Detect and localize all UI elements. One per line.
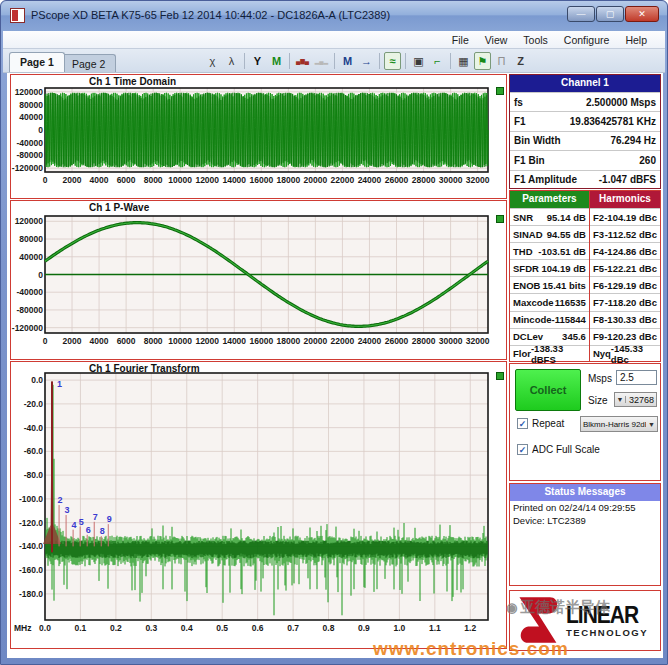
parameter-row: Mincode-115844 (510, 311, 589, 328)
svg-text:0.0: 0.0 (31, 375, 43, 385)
trace-legend-swatch[interactable] (496, 215, 504, 223)
harmonic-row: Nyq-145.33 dBc (590, 345, 660, 362)
z-icon[interactable]: Z (512, 52, 529, 70)
menu-bar: FileViewToolsConfigureHelp (3, 31, 665, 49)
close-button[interactable]: ✕ (625, 6, 659, 22)
svg-text:8000: 8000 (144, 336, 163, 346)
parameter-value: -138.33 dBFS (531, 343, 586, 365)
harmonic-row: F6-129.19 dBc (590, 276, 660, 293)
collect-wave-icon[interactable]: ≈ (384, 52, 401, 70)
svg-text:6: 6 (86, 525, 91, 535)
trace-legend-swatch[interactable] (496, 372, 504, 380)
svg-text:22000: 22000 (331, 175, 355, 185)
sidebar: Channel 1 fs2.500000 MspsF119.836425781 … (509, 74, 661, 651)
tab-page-1[interactable]: Page 1 (9, 52, 65, 72)
svg-text:0.2: 0.2 (110, 623, 122, 633)
svg-text:32000: 32000 (466, 175, 490, 185)
y-axis-icon[interactable]: Y (249, 52, 266, 70)
svg-text:-160.0: -160.0 (19, 565, 43, 575)
trace-legend-swatch[interactable] (496, 87, 504, 95)
svg-text:4000: 4000 (90, 336, 109, 346)
svg-text:-180.0: -180.0 (19, 589, 43, 599)
channel-info-panel: Channel 1 fs2.500000 MspsF119.836425781 … (509, 74, 661, 189)
menu-item-file[interactable]: File (444, 34, 477, 46)
minimize-button[interactable]: — (567, 6, 595, 22)
harmonic-label: F6 (593, 280, 604, 291)
svg-text:0.5: 0.5 (216, 623, 228, 633)
tab-bar: Page 1 Page 2 χλYM▄▆▄▂▄▂M→≈▣⌐▦⚑ΠZ (3, 49, 665, 73)
svg-text:5: 5 (79, 517, 84, 527)
repeat-checkbox[interactable]: ✓ Repeat (517, 418, 564, 429)
notch-icon[interactable]: ⌐ (429, 52, 446, 70)
app-icon (10, 8, 25, 23)
size-dropdown[interactable]: ▼ 32768 (614, 392, 657, 407)
channel-value: 260 (639, 155, 656, 166)
histogram-icon[interactable]: ▄▆▄ (294, 52, 311, 70)
menu-item-view[interactable]: View (477, 34, 516, 46)
channel-row: fs2.500000 Msps (510, 92, 660, 111)
chip-icon[interactable]: ▦ (455, 52, 472, 70)
samples-icon[interactable]: ▂▄▂ (313, 52, 330, 70)
menu-item-tools[interactable]: Tools (515, 34, 556, 46)
svg-text:0.3: 0.3 (145, 623, 157, 633)
parameter-label: SFDR (513, 263, 539, 274)
size-label: Size (588, 395, 607, 406)
harmonic-value: -118.20 dBc (605, 297, 657, 308)
svg-text:2: 2 (58, 495, 63, 505)
harmonic-label: F9 (593, 331, 604, 342)
svg-text:-140.0: -140.0 (19, 541, 43, 551)
svg-text:32000: 32000 (466, 336, 490, 346)
collect-button[interactable]: Collect (515, 369, 581, 411)
toolbar-separator (244, 53, 245, 69)
svg-text:28000: 28000 (412, 336, 436, 346)
svg-text:0: 0 (43, 175, 48, 185)
svg-text:12000: 12000 (195, 336, 219, 346)
harmonic-label: F2 (593, 212, 604, 223)
harmonic-label: F5 (593, 263, 604, 274)
maximize-button[interactable]: ▢ (596, 6, 624, 22)
pulse-icon[interactable]: Π (493, 52, 510, 70)
msps-label: Msps (588, 373, 612, 384)
channel-label: Bin Width (514, 135, 561, 146)
fourier-panel[interactable]: Ch 1 Fourier Transform 0.00.10.20.30.40.… (10, 361, 507, 649)
svg-text:-120000: -120000 (12, 323, 43, 333)
watermark-url: www.cntronics.com (373, 638, 569, 660)
harmonic-row: F8-130.33 dBc (590, 311, 660, 328)
tab-page-2[interactable]: Page 2 (61, 54, 116, 72)
svg-text:10000: 10000 (168, 175, 192, 185)
toolbar-separator (450, 53, 451, 69)
window-function-dropdown[interactable]: Blkmn-Harris 92dB ▼ (580, 416, 658, 432)
svg-text:40000: 40000 (19, 252, 43, 262)
svg-text:1.0: 1.0 (393, 623, 405, 633)
adc-full-scale-checkbox[interactable]: ✓ ADC Full Scale (517, 444, 600, 455)
parameters-column: Parameters SNR95.14 dBSINAD94.55 dBTHD-1… (510, 191, 589, 361)
max-avg-icon[interactable]: M (339, 52, 356, 70)
title-bar[interactable]: PScope XD BETA K75-65 Feb 12 2014 10:44:… (1, 1, 667, 31)
parameter-label: ENOB (513, 280, 540, 291)
multi-trace-icon[interactable]: M (268, 52, 285, 70)
svg-text:MHz: MHz (14, 623, 31, 633)
pick-tool-icon[interactable]: χ (204, 52, 221, 70)
time-domain-panel[interactable]: Ch 1 Time Domain 02000400060008000100001… (10, 74, 507, 199)
menu-item-help[interactable]: Help (617, 34, 655, 46)
flag-icon[interactable]: ⚑ (474, 52, 491, 70)
svg-text:2000: 2000 (63, 336, 82, 346)
svg-text:-40000: -40000 (17, 287, 44, 297)
harmonic-value: -130.33 dBc (604, 314, 657, 325)
channel-header: Channel 1 (510, 75, 660, 92)
harmonic-row: F3-112.52 dBc (590, 225, 660, 242)
device-icon[interactable]: ▣ (410, 52, 427, 70)
menu-item-configure[interactable]: Configure (556, 34, 618, 46)
probe-icon[interactable]: λ (223, 52, 240, 70)
watermark-chinese: ◉亚德诺半导体 (506, 598, 610, 617)
pwave-panel[interactable]: Ch 1 P-Wave 0200040006000800010000120001… (10, 200, 507, 360)
toolbar: χλYM▄▆▄▂▄▂M→≈▣⌐▦⚑ΠZ (203, 51, 530, 71)
svg-text:0.7: 0.7 (287, 623, 299, 633)
svg-text:3: 3 (65, 505, 70, 515)
svg-text:12000: 12000 (195, 175, 219, 185)
collect-panel: Collect Msps 2.5 Size ▼ 32768 ✓ Repeat B… (509, 363, 661, 481)
avg-arrow-icon[interactable]: → (358, 52, 375, 70)
msps-input[interactable]: 2.5 (616, 370, 657, 385)
svg-text:6000: 6000 (117, 336, 136, 346)
svg-text:20000: 20000 (304, 336, 328, 346)
